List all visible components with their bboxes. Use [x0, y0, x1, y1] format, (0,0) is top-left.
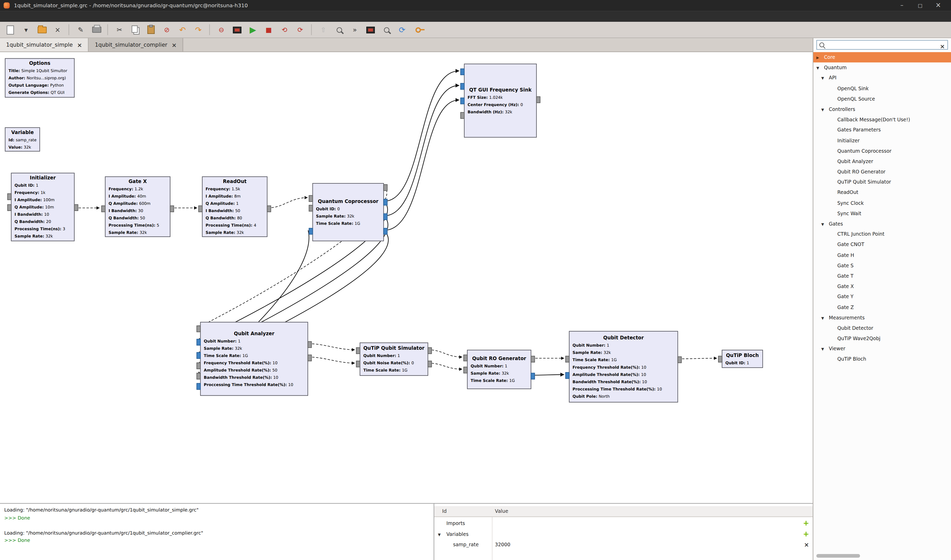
output-port[interactable] [384, 199, 388, 206]
output-port[interactable] [427, 361, 432, 368]
input-port[interactable] [7, 204, 11, 211]
clear-search-icon[interactable] [940, 39, 945, 51]
input-port[interactable] [197, 326, 201, 332]
new-file-button[interactable] [3, 23, 18, 36]
library-search-box[interactable] [816, 40, 948, 49]
input-port[interactable] [565, 372, 569, 379]
output-port[interactable] [536, 97, 540, 103]
output-port[interactable] [531, 373, 535, 380]
block-options[interactable]: Options Title: Simple 1Qubit SimultorAut… [5, 58, 75, 97]
connection-wire[interactable] [308, 344, 355, 350]
block-qubit-detector[interactable]: Qubit Detector Qubit Number: 1Sample Rat… [569, 331, 678, 403]
library-block-gate-y[interactable]: Gate Y [813, 292, 951, 302]
undo-button[interactable]: ↶ [175, 23, 190, 36]
copy-button[interactable] [128, 23, 142, 36]
library-block-qutip-bloch[interactable]: QuTiP Bloch [813, 354, 951, 365]
close-window-button[interactable] [929, 0, 947, 11]
library-block-callback-message[interactable]: Callback Message(Don't Use!) [813, 115, 951, 125]
input-port[interactable] [197, 339, 201, 346]
block-readout[interactable]: ReadOut Frequency: 1.5kI Amplitude: 8mQ … [202, 176, 268, 237]
variable-row-imports[interactable]: Imports [434, 518, 813, 529]
redo-button[interactable]: ↷ [191, 23, 205, 36]
output-port[interactable] [384, 184, 388, 191]
library-block-qutip-wave2qobj[interactable]: QuTiP Wave2Qobj [813, 334, 951, 344]
library-category-gates[interactable]: Gates [813, 219, 951, 229]
block-qutip-qubit-simulator[interactable]: QuTiP Qubit Simulator Qubit Number: 1Qub… [359, 343, 428, 376]
close-file-button[interactable]: × [50, 23, 65, 36]
input-port[interactable] [356, 361, 360, 368]
paste-button[interactable] [144, 23, 158, 36]
expander-icon[interactable] [821, 104, 827, 115]
row-action-icon[interactable] [803, 529, 809, 540]
output-port[interactable] [170, 206, 174, 212]
input-port[interactable] [461, 97, 465, 104]
rotate-ccw-button[interactable]: ⟲ [277, 23, 291, 36]
library-block-gate-x[interactable]: Gate X [813, 281, 951, 292]
tab-close-icon[interactable] [77, 42, 82, 48]
library-block-sync-clock[interactable]: Sync Clock [813, 198, 951, 208]
zoom-button[interactable] [379, 23, 393, 36]
library-block-gates-parameters[interactable]: Gates Parameters [813, 125, 951, 135]
input-port[interactable] [463, 355, 467, 362]
toggle-errors-button[interactable] [230, 23, 244, 36]
row-action-icon[interactable] [803, 518, 809, 529]
library-block-gate-t[interactable]: Gate T [813, 271, 951, 281]
block-variable-samp-rate[interactable]: Variable Id: samp_rateValue: 32k [5, 127, 40, 152]
output-port[interactable] [307, 341, 311, 348]
input-port[interactable] [461, 112, 465, 119]
library-category-quantum[interactable]: Quantum [813, 63, 951, 73]
library-category-core[interactable]: Core [813, 52, 951, 63]
input-port[interactable] [197, 352, 201, 359]
input-port[interactable] [199, 206, 203, 212]
rotate-cw-button[interactable]: ⟳ [293, 23, 307, 36]
block-qubit-ro-generator[interactable]: Qubit RO Generator Qubit Number: 1Sample… [467, 350, 531, 389]
reload-blocks-button[interactable]: ⟳ [395, 23, 409, 36]
output-port[interactable] [307, 355, 311, 362]
library-block-qubit-detector[interactable]: Qubit Detector [813, 323, 951, 334]
library-block-qubit-analyzer[interactable]: Qubit Analyzer [813, 156, 951, 167]
disable-blocks-button[interactable]: ⊖ [214, 23, 228, 36]
input-port[interactable] [7, 194, 11, 200]
expander-icon[interactable] [821, 344, 827, 354]
block-qt-gui-frequency-sink[interactable]: QT GUI Frequency Sink FFT Size: 1.024kCe… [464, 63, 537, 137]
connection-wire[interactable] [427, 350, 462, 357]
connection-wire[interactable] [427, 363, 462, 369]
library-block-initializer[interactable]: Initializer [813, 135, 951, 146]
input-port[interactable] [461, 68, 465, 75]
block-initializer[interactable]: Initializer Qubit ID: 1Frequency: 1kI Am… [11, 173, 74, 241]
library-category-controllers[interactable]: Controllers [813, 104, 951, 115]
minimize-button[interactable] [893, 0, 911, 11]
library-category-measurements[interactable]: Measurements [813, 313, 951, 323]
open-file-button[interactable] [34, 23, 49, 36]
library-block-gate-h[interactable]: Gate H [813, 250, 951, 260]
library-block-ctrl-junction-point[interactable]: CTRL Junction Point [813, 229, 951, 240]
output-port[interactable] [531, 356, 535, 362]
input-port[interactable] [718, 356, 722, 362]
output-port[interactable] [427, 348, 432, 354]
open-parent-button[interactable]: ⇧ [316, 23, 330, 36]
tab-1qubit-simulator-complier[interactable]: 1qubit_simulator_complier [89, 38, 183, 51]
input-port[interactable] [356, 348, 360, 354]
library-block-gate-z[interactable]: Gate Z [813, 302, 951, 312]
library-block-openql-sink[interactable]: OpenQL Sink [813, 83, 951, 94]
library-block-gate-s[interactable]: Gate S [813, 260, 951, 271]
library-search-input[interactable] [827, 42, 940, 48]
output-port[interactable] [384, 228, 388, 235]
new-file-menu-button[interactable]: ▾ [18, 23, 33, 36]
input-port[interactable] [461, 83, 465, 90]
block-qutip-bloch[interactable]: QuTiP Bloch Qubit ID: 1 [722, 350, 763, 368]
library-category-viewer[interactable]: Viewer [813, 344, 951, 354]
library-block-quantum-coprocessor[interactable]: Quantum Coprocessor [813, 146, 951, 156]
input-port[interactable] [197, 373, 201, 380]
connection-wire[interactable] [267, 198, 307, 208]
variable-row-variables[interactable]: Variables [434, 529, 813, 540]
input-port[interactable] [309, 195, 313, 202]
expander-icon[interactable] [821, 219, 827, 229]
fast-forward-button[interactable]: » [348, 23, 362, 36]
library-block-gate-cnot[interactable]: Gate CNOT [813, 240, 951, 250]
input-port[interactable] [197, 362, 201, 369]
kill-flowgraph-button[interactable]: ■ [262, 23, 276, 36]
tab-close-icon[interactable] [171, 42, 177, 48]
library-block-qutip-qubit-simulator[interactable]: QuTiP Qubit Simulator [813, 177, 951, 188]
hotkeys-button[interactable] [411, 23, 425, 36]
